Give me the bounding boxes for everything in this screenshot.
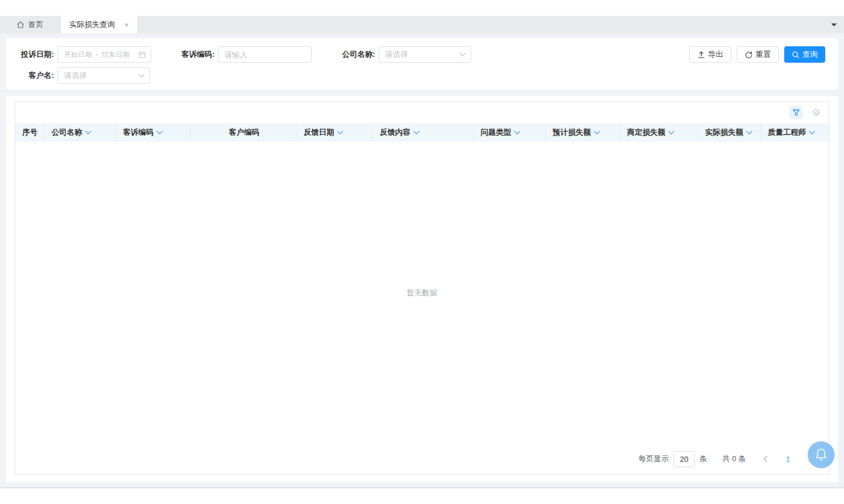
column-header[interactable]: 客诉编码 (116, 123, 190, 142)
column-header-label: 预计损失额 (553, 127, 591, 138)
tab-bar: 首页 实际损失查询 × (0, 16, 844, 33)
table-panel: 序号公司名称客诉编码客户编码反馈日期反馈内容问题类型预计损失额商定损失额实际损失… (6, 96, 838, 482)
tab-home[interactable]: 首页 (7, 16, 53, 33)
sort-caret-icon[interactable] (746, 131, 753, 135)
reset-button-label: 重置 (755, 49, 771, 60)
close-icon[interactable]: × (124, 21, 129, 29)
export-button-label: 导出 (708, 49, 723, 60)
column-header-label: 客诉编码 (123, 127, 154, 138)
sort-caret-icon[interactable] (337, 131, 343, 135)
export-icon (697, 51, 705, 59)
funnel-icon (792, 109, 800, 117)
column-header[interactable]: 反馈日期 (297, 123, 373, 142)
sort-caret-icon[interactable] (668, 131, 675, 135)
customer-name-label: 客户名: (18, 70, 54, 81)
company-name-label: 公司名称: (339, 49, 375, 60)
column-header-label: 反馈内容 (380, 127, 410, 138)
column-header[interactable]: 公司名称 (45, 123, 116, 142)
column-header[interactable]: 实际损失额 (698, 123, 761, 142)
reset-button[interactable]: 重置 (737, 46, 779, 63)
total-count-label: 共 0 条 (722, 454, 746, 464)
column-header-label: 商定损失额 (627, 127, 665, 138)
column-header-label: 公司名称 (52, 127, 82, 138)
search-button-label: 查询 (802, 49, 818, 60)
empty-state-text: 暂无数据 (407, 288, 437, 298)
complaint-code-label: 客诉编码: (178, 49, 215, 60)
column-header-label: 质量工程师 (768, 127, 806, 138)
home-icon (16, 21, 25, 29)
end-date-placeholder: 结束日期 (101, 50, 130, 60)
start-date-placeholder: 开始日期 (64, 50, 92, 60)
column-settings-button[interactable] (810, 106, 823, 119)
chevron-down-icon (460, 53, 466, 57)
page-size-input[interactable] (673, 451, 695, 467)
date-range-separator: - (96, 50, 98, 59)
sort-caret-icon[interactable] (156, 131, 163, 135)
complaint-date-label: 投诉日期: (18, 49, 54, 60)
filter-columns-button[interactable] (789, 106, 802, 119)
column-header[interactable]: 预计损失额 (546, 123, 620, 142)
top-strip (0, 0, 844, 16)
complaint-date-range-input[interactable]: 开始日期 - 结束日期 (57, 46, 151, 63)
company-name-placeholder: 请选择 (385, 49, 408, 60)
customer-name-placeholder: 请选择 (64, 70, 87, 81)
column-header-label: 反馈日期 (304, 127, 334, 138)
column-header-label: 客户编码 (229, 127, 260, 138)
sort-caret-icon[interactable] (514, 131, 520, 135)
tab-actual-loss-query[interactable]: 实际损失查询 × (61, 16, 137, 33)
column-header[interactable]: 反馈内容 (373, 123, 474, 142)
gear-icon (812, 108, 821, 117)
reset-icon (745, 51, 753, 59)
sort-caret-icon[interactable] (413, 131, 420, 135)
notification-bell-button[interactable] (808, 441, 835, 468)
column-header-label: 实际损失额 (705, 127, 743, 138)
table-toolbar (15, 102, 829, 123)
table-header-row: 序号公司名称客诉编码客户编码反馈日期反馈内容问题类型预计损失额商定损失额实际损失… (15, 123, 829, 142)
company-name-select[interactable]: 请选择 (379, 46, 471, 63)
filter-panel: 投诉日期: 开始日期 - 结束日期 客诉编码: 公司名称: 请选择 (6, 38, 838, 90)
column-header: 序号 (15, 123, 45, 142)
search-button[interactable]: 查询 (784, 46, 825, 63)
column-header[interactable]: 质量工程师 (761, 123, 829, 142)
chevron-down-icon (138, 74, 145, 78)
tab-home-label: 首页 (28, 19, 43, 30)
sort-caret-icon[interactable] (594, 131, 600, 135)
per-page-suffix-label: 条 (699, 454, 707, 464)
per-page-prefix-label: 每页显示 (638, 454, 669, 464)
search-icon (792, 51, 799, 59)
tab-active-label: 实际损失查询 (69, 19, 115, 30)
pagination-bar: 每页显示 条 共 0 条 1 (15, 444, 829, 474)
complaint-code-input[interactable] (218, 46, 312, 63)
filter-actions: 导出 重置 查询 (689, 46, 825, 63)
sort-caret-icon[interactable] (809, 131, 815, 135)
prev-page-button[interactable] (763, 455, 768, 462)
table-container: 序号公司名称客诉编码客户编码反馈日期反馈内容问题类型预计损失额商定损失额实际损失… (15, 101, 829, 475)
sort-caret-icon[interactable] (85, 131, 91, 135)
bell-icon (815, 448, 828, 462)
column-header-label: 问题类型 (481, 127, 511, 138)
calendar-icon (138, 51, 146, 59)
app-frame: 首页 实际损失查询 × 投诉日期: 开始日期 - 结束日期 客诉编码: 公司 (0, 0, 844, 488)
column-header: 客户编码 (190, 123, 297, 142)
column-header-label: 序号 (22, 127, 38, 138)
column-header[interactable]: 商定损失额 (620, 123, 698, 142)
page-number-current[interactable]: 1 (786, 455, 790, 464)
tabbar-dropdown-caret-icon[interactable] (831, 23, 837, 26)
column-header[interactable]: 问题类型 (474, 123, 546, 142)
customer-name-select[interactable]: 请选择 (57, 67, 150, 84)
export-button[interactable]: 导出 (689, 46, 731, 63)
table-empty-body: 暂无数据 (15, 142, 829, 444)
